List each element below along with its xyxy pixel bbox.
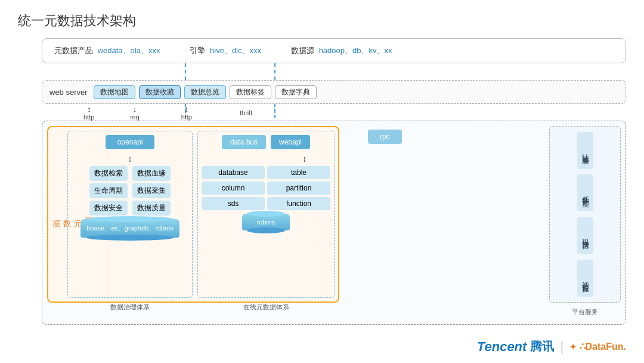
- bus-webapi-row: data bus webapi: [202, 135, 330, 149]
- arrow-down-online: ↕: [279, 154, 330, 164]
- engine-label: 引擎 hive、dlc、xxx: [190, 45, 261, 56]
- online-item-1: table: [267, 166, 330, 179]
- web-server-section: web server 数据地图 数据收藏 数据总览 数据标签 数据字典: [42, 80, 626, 104]
- feat-4: 数据血缘: [132, 166, 171, 181]
- bottom-logo: Tencent 腾讯 | ✦ ∴DataFun.: [477, 339, 626, 355]
- gov-section-label: 数据治理体系: [68, 303, 192, 312]
- ws-item-4: 数据字典: [275, 85, 317, 99]
- web-server-label: web server: [49, 88, 88, 97]
- openapi-row: openapi: [72, 135, 188, 149]
- online-db: rdbms: [202, 214, 330, 230]
- feat-1: 数据检索: [89, 166, 128, 181]
- feat-2: 生命周期: [89, 183, 128, 198]
- tencent-cn: 腾讯: [530, 339, 554, 355]
- online-db-label: rdbms: [257, 219, 275, 226]
- proto-http-2: ↕ http: [181, 105, 192, 121]
- unified-meta-box: 统一元数据 openapi ↕ 数据检索 生命周期 数据安全: [47, 126, 339, 303]
- gov-db-label: hbase、es、graphdb、rdbms: [86, 224, 174, 232]
- dashed-line-1: [185, 63, 186, 80]
- datafun-logo: ✦ ∴DataFun.: [569, 341, 626, 352]
- gov-db: hbase、es、graphdb、rdbms: [72, 219, 188, 238]
- platform-item-3: 运营监控: [577, 260, 593, 297]
- engine-values: hive、dlc、xxx: [210, 46, 261, 55]
- proto-thrift: thrift: [240, 109, 252, 116]
- page-title: 统一元数据技术架构: [18, 12, 626, 30]
- feat-3: 数据安全: [89, 201, 128, 216]
- online-item-3: partition: [267, 182, 330, 195]
- ws-item-0: 数据地图: [94, 85, 135, 99]
- feat-6: 数据质量: [132, 201, 171, 216]
- rpc-box: rpc: [368, 130, 402, 144]
- top-products-box: 元数据产品 wedata、ola、xxx 引擎 hive、dlc、xxx 数据源…: [42, 38, 626, 63]
- online-item-4: sds: [202, 197, 265, 210]
- page-container: 统一元数据技术架构 元数据产品 wedata、ola、xxx 引擎 hive、d…: [0, 0, 644, 363]
- datasource-values: hadoop、db、kv、xx: [319, 46, 392, 55]
- protocol-row: ↕ http ↓ mq ↕ http thrift: [54, 105, 411, 121]
- proto-http-1: ↕ http: [83, 105, 94, 121]
- bus-webapi-section: data bus webapi ↕ database table column …: [197, 131, 335, 298]
- product-values: wedata、ola、xxx: [98, 46, 160, 55]
- proto-mq: ↓ mq: [130, 105, 139, 121]
- platform-services-section: 认证鉴权 任务调度 租户项目 运营监控 平台服务: [549, 126, 621, 303]
- platform-label: 平台服务: [550, 307, 620, 316]
- online-item-0: database: [202, 166, 265, 179]
- web-server-items: 数据地图 数据收藏 数据总览 数据标签 数据字典: [94, 85, 317, 99]
- datasource-label: 数据源 hadoop、db、kv、xx: [291, 45, 392, 56]
- diagram-area: 元数据产品 wedata、ola、xxx 引擎 hive、dlc、xxx 数据源…: [18, 38, 626, 355]
- webapi-box: webapi: [271, 135, 310, 149]
- feature-col-2: 数据血缘 数据采集 数据质量: [132, 166, 171, 216]
- platform-item-0: 认证鉴权: [577, 132, 593, 169]
- feature-col-1: 数据检索 生命周期 数据安全: [89, 166, 128, 216]
- tencent-en: Tencent: [477, 339, 527, 355]
- feature-rows: 数据检索 生命周期 数据安全 数据血缘 数据采集 数据质量: [72, 166, 188, 216]
- ws-item-1: 数据收藏: [139, 85, 181, 99]
- ws-item-3: 数据标签: [230, 85, 271, 99]
- platform-item-2: 租户项目: [577, 217, 593, 254]
- arrow-down-gov: ↕: [72, 154, 188, 164]
- online-cylinder: rdbms: [242, 214, 290, 230]
- logo-divider: |: [560, 339, 564, 355]
- feat-5: 数据采集: [132, 183, 171, 198]
- databus-box: data bus: [222, 135, 266, 149]
- online-section-label: 在线元数据体系: [198, 303, 334, 312]
- online-meta-grid: database table column partition sds func…: [202, 166, 330, 210]
- product-label: 元数据产品 wedata、ola、xxx: [54, 45, 160, 56]
- main-dashed-box: 统一元数据 openapi ↕ 数据检索 生命周期 数据安全: [42, 121, 626, 325]
- data-governance-section: openapi ↕ 数据检索 生命周期 数据安全 数据血缘 数据采集: [67, 131, 193, 298]
- openapi-box: openapi: [106, 135, 155, 149]
- dashed-line-2: [274, 63, 275, 80]
- online-item-2: column: [202, 182, 265, 195]
- online-item-5: function: [267, 197, 330, 210]
- ws-item-2: 数据总览: [184, 85, 226, 99]
- platform-item-1: 任务调度: [577, 174, 593, 211]
- gov-cylinder: hbase、es、graphdb、rdbms: [80, 219, 179, 238]
